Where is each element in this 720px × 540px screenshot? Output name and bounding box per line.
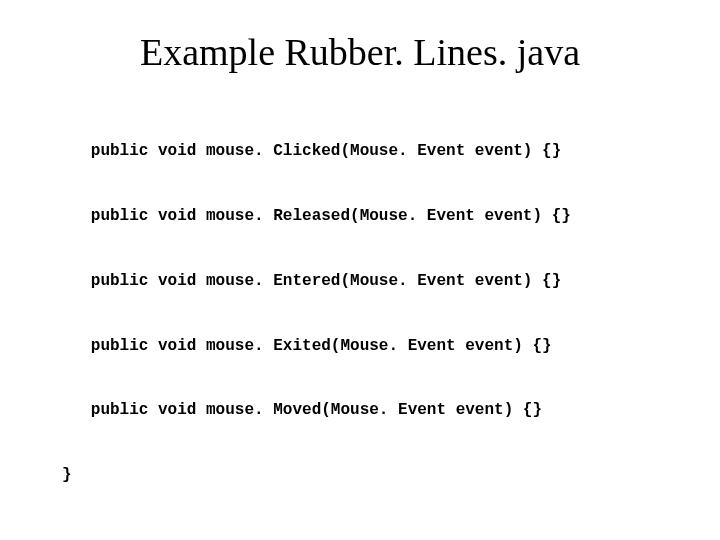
- code-line: public void mouse. Released(Mouse. Event…: [62, 206, 670, 228]
- code-block: public void mouse. Clicked(Mouse. Event …: [50, 98, 670, 530]
- code-line: public void mouse. Moved(Mouse. Event ev…: [62, 400, 670, 422]
- slide-container: Example Rubber. Lines. java public void …: [0, 0, 720, 540]
- code-text: public void mouse. Exited(Mouse. Event e…: [91, 337, 552, 355]
- code-line: public void mouse. Exited(Mouse. Event e…: [62, 336, 670, 358]
- code-closing-brace: }: [62, 465, 670, 487]
- slide-title: Example Rubber. Lines. java: [50, 30, 670, 74]
- code-text: public void mouse. Entered(Mouse. Event …: [91, 272, 561, 290]
- code-text: public void mouse. Moved(Mouse. Event ev…: [91, 401, 542, 419]
- code-text: public void mouse. Clicked(Mouse. Event …: [91, 142, 561, 160]
- code-line: public void mouse. Entered(Mouse. Event …: [62, 271, 670, 293]
- code-line: public void mouse. Clicked(Mouse. Event …: [62, 141, 670, 163]
- code-text: public void mouse. Released(Mouse. Event…: [91, 207, 571, 225]
